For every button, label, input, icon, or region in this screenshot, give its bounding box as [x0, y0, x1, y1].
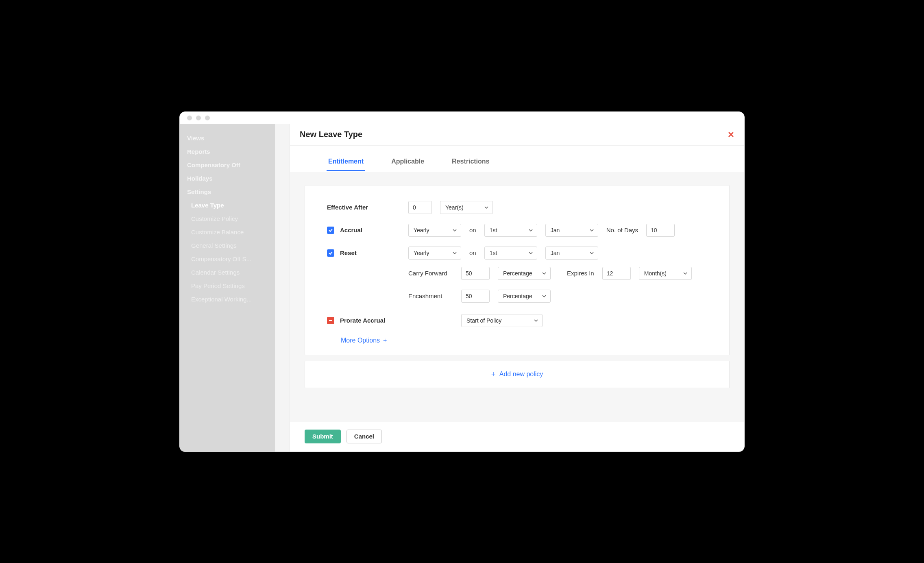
select-value: 1st — [490, 250, 497, 256]
select-value: Start of Policy — [466, 317, 501, 324]
encashment-input[interactable] — [461, 290, 490, 303]
sidebar-sub-customize-balance[interactable]: Customize Balance — [184, 225, 275, 239]
main-panel: New Leave Type ✕ Entitlement Applicable … — [290, 124, 744, 452]
sidebar-sub-compensatory-off-settings[interactable]: Compensatory Off S... — [184, 252, 275, 266]
num-days-label: No. of Days — [606, 227, 638, 233]
panel-gutter — [275, 124, 290, 452]
tab-applicable[interactable]: Applicable — [390, 155, 426, 171]
prorate-checkbox[interactable] — [327, 317, 334, 324]
window-dot — [205, 116, 210, 120]
more-options-label: More Options — [341, 337, 380, 344]
chevron-down-icon — [590, 251, 594, 255]
chevron-down-icon — [453, 251, 457, 255]
cancel-button[interactable]: Cancel — [346, 430, 382, 443]
num-days-input[interactable] — [646, 224, 675, 237]
sidebar: Views Reports Compensatory Off Holidays … — [180, 124, 275, 452]
select-value: Year(s) — [445, 204, 464, 211]
reset-month-select[interactable]: Jan — [545, 247, 598, 260]
sidebar-item-views[interactable]: Views — [180, 131, 275, 145]
chevron-down-icon — [484, 205, 488, 209]
select-value: Month(s) — [644, 270, 667, 277]
on-label: on — [469, 227, 476, 233]
tab-restrictions[interactable]: Restrictions — [450, 155, 491, 171]
chevron-down-icon — [590, 228, 594, 232]
tabs: Entitlement Applicable Restrictions — [290, 155, 744, 172]
chevron-down-icon — [529, 228, 533, 232]
sidebar-sub-pay-period-settings[interactable]: Pay Period Settings — [184, 279, 275, 292]
reset-label: Reset — [340, 249, 357, 256]
accrual-month-select[interactable]: Jan — [545, 224, 598, 237]
chevron-down-icon — [542, 294, 546, 298]
plus-icon: + — [383, 337, 387, 344]
carry-forward-label: Carry Forward — [408, 270, 453, 277]
select-value: Percentage — [503, 293, 532, 299]
chevron-down-icon — [453, 228, 457, 232]
add-policy-card: + Add new policy — [305, 361, 730, 388]
panel-title: New Leave Type — [300, 130, 362, 139]
svg-rect-0 — [329, 320, 332, 321]
effective-after-label: Effective After — [327, 204, 368, 211]
carry-forward-input[interactable] — [461, 267, 490, 280]
reset-checkbox[interactable] — [327, 249, 334, 257]
select-value: 1st — [490, 227, 497, 233]
sidebar-sub-customize-policy[interactable]: Customize Policy — [184, 212, 275, 225]
encashment-unit-select[interactable]: Percentage — [498, 290, 551, 303]
on-label: on — [469, 249, 476, 256]
reset-frequency-select[interactable]: Yearly — [408, 247, 461, 260]
chevron-down-icon — [542, 271, 546, 275]
select-value: Percentage — [503, 270, 532, 277]
app-window: Views Reports Compensatory Off Holidays … — [179, 111, 745, 452]
expires-in-input[interactable] — [602, 267, 631, 280]
select-value: Jan — [551, 250, 560, 256]
window-titlebar — [180, 112, 744, 124]
accrual-day-select[interactable]: 1st — [484, 224, 537, 237]
select-value: Yearly — [414, 250, 429, 256]
chevron-down-icon — [529, 251, 533, 255]
expires-in-unit-select[interactable]: Month(s) — [639, 267, 692, 280]
sidebar-item-compensatory-off[interactable]: Compensatory Off — [180, 158, 275, 172]
sidebar-sub-calendar-settings[interactable]: Calendar Settings — [184, 266, 275, 279]
plus-icon: + — [491, 370, 496, 378]
footer: Submit Cancel — [290, 422, 744, 452]
reset-day-select[interactable]: 1st — [484, 247, 537, 260]
sidebar-sub-general-settings[interactable]: General Settings — [184, 239, 275, 252]
expires-in-label: Expires In — [567, 270, 594, 277]
accrual-label: Accrual — [340, 227, 362, 233]
add-new-policy-link[interactable]: + Add new policy — [491, 371, 543, 378]
sidebar-item-holidays[interactable]: Holidays — [180, 172, 275, 185]
accrual-checkbox[interactable] — [327, 227, 334, 234]
prorate-label: Prorate Accrual — [340, 317, 385, 324]
form-area: Effective After Year(s) Accrual — [290, 172, 744, 422]
effective-after-input[interactable] — [408, 201, 432, 214]
panel-header: New Leave Type ✕ — [290, 124, 744, 146]
window-dot — [187, 116, 192, 120]
select-value: Jan — [551, 227, 560, 233]
sidebar-sub-leave-type[interactable]: Leave Type — [184, 199, 275, 212]
select-value: Yearly — [414, 227, 429, 233]
entitlement-card: Effective After Year(s) Accrual — [305, 185, 730, 355]
add-new-policy-label: Add new policy — [499, 371, 543, 378]
encashment-label: Encashment — [408, 292, 453, 299]
carry-forward-unit-select[interactable]: Percentage — [498, 267, 551, 280]
window-dot — [196, 116, 201, 120]
prorate-select[interactable]: Start of Policy — [461, 314, 543, 327]
effective-after-unit-select[interactable]: Year(s) — [440, 201, 493, 214]
sidebar-sub-exceptional-working[interactable]: Exceptional Working... — [184, 292, 275, 306]
submit-button[interactable]: Submit — [305, 430, 341, 443]
tab-entitlement[interactable]: Entitlement — [327, 155, 365, 171]
chevron-down-icon — [683, 271, 687, 275]
sidebar-item-settings[interactable]: Settings — [180, 185, 275, 199]
more-options-link[interactable]: More Options + — [341, 337, 387, 344]
accrual-frequency-select[interactable]: Yearly — [408, 224, 461, 237]
chevron-down-icon — [534, 319, 538, 323]
sidebar-item-reports[interactable]: Reports — [180, 145, 275, 158]
close-icon[interactable]: ✕ — [728, 130, 734, 140]
